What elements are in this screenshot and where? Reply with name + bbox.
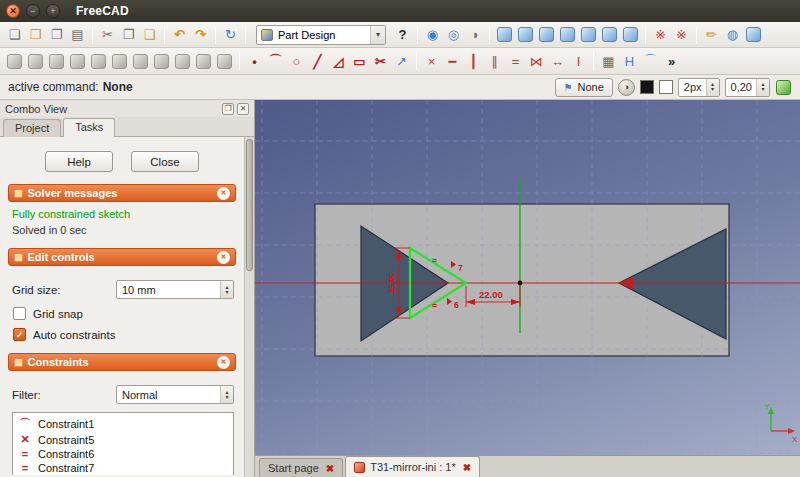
tab-tasks[interactable]: Tasks [63,118,115,137]
collapse-section-icon[interactable]: ✕ [217,251,230,264]
horizontal-dimension-value[interactable]: 22.00 [479,289,503,300]
new-document-icon[interactable]: ❏ [5,25,24,44]
linear-pattern-icon[interactable] [175,54,190,69]
draft-icon[interactable] [133,54,148,69]
close-tab-icon[interactable]: ✖ [326,463,334,474]
point-size-select[interactable]: 0,20 ▴▾ [725,78,770,97]
groove-icon[interactable] [70,54,85,69]
pad-icon[interactable] [7,54,22,69]
section-view-icon[interactable] [776,80,791,95]
constrain-distance-icon[interactable]: ↔ [548,52,567,71]
constraints-header[interactable]: ▤ Constraints ✕ [8,353,236,371]
create-circle-icon[interactable]: ○ [287,52,306,71]
sketch-canvas[interactable]: 35.00 = = 7 6 22.00 [255,100,800,455]
spinner-buttons[interactable]: ▴▾ [706,79,719,96]
edit-sketch-icon[interactable]: ✏ [702,25,721,44]
grid-snap-checkbox[interactable] [13,307,26,320]
line-width-select[interactable]: 2px ▴▾ [678,78,720,97]
print-icon[interactable]: ▤ [68,25,87,44]
view-rear-icon[interactable] [581,27,596,42]
view-left-icon[interactable] [623,27,638,42]
window-close-button[interactable]: ✕ [6,4,20,18]
cut-icon[interactable]: ✂ [98,25,117,44]
vertical-dimension-value[interactable]: 35.00 [387,272,397,294]
list-item[interactable]: = Constraint7 [13,461,233,475]
panel-scrollbar[interactable] [244,137,254,477]
trim-edge-icon[interactable]: ✂ [371,52,390,71]
tab-project[interactable]: Project [3,119,61,137]
list-item[interactable]: ✕ Constraint5 [13,432,233,447]
copy-icon[interactable]: ❐ [119,25,138,44]
document-tab[interactable]: Start page ✖ [259,458,343,477]
create-line-icon[interactable]: ╱ [308,52,327,71]
draw-style-icon[interactable]: ◑ [465,25,484,44]
window-maximize-button[interactable]: + [46,4,60,18]
measure-distance-icon[interactable]: ※ [651,25,670,44]
constrain-horizontal-icon[interactable]: ━ [443,52,462,71]
float-panel-icon[interactable]: ❐ [222,103,234,115]
pocket-icon[interactable] [28,54,43,69]
revolution-icon[interactable] [49,54,64,69]
mirrored-icon[interactable] [154,54,169,69]
paste-icon[interactable]: ❑ [140,25,159,44]
view-isometric-icon[interactable] [497,27,512,42]
create-point-icon[interactable]: • [245,52,264,71]
open-document-icon[interactable]: ❒ [26,25,45,44]
multi-transform-icon[interactable] [217,54,232,69]
collapse-section-icon[interactable]: ✕ [217,356,230,369]
measure-angle-icon[interactable]: ※ [672,25,691,44]
chamfer-icon[interactable] [112,54,127,69]
save-document-icon[interactable]: ❐ [47,25,66,44]
spinner-buttons[interactable]: ▴▾ [220,386,233,403]
list-item[interactable]: ⌒ Constraint1 [13,415,233,432]
constrain-coincident-icon[interactable]: × [422,52,441,71]
undo-icon[interactable]: ↶ [170,25,189,44]
toggle-snap-icon[interactable]: H [620,52,639,71]
constrain-symmetric-icon[interactable]: ⋈ [527,52,546,71]
list-item[interactable]: = Constraint6 [13,447,233,461]
whats-this-icon[interactable]: ? [393,25,412,44]
toolbar-overflow-icon[interactable]: » [662,52,681,71]
redo-icon[interactable]: ↷ [191,25,210,44]
create-rectangle-icon[interactable]: ▭ [350,52,369,71]
workbench-selector[interactable]: Part Design ▾ [256,25,386,45]
close-panel-icon[interactable]: ✕ [237,103,249,115]
chevron-down-icon[interactable]: ▾ [370,26,385,44]
constrain-vertical-icon[interactable]: ┃ [464,52,483,71]
create-polyline-icon[interactable]: ◿ [329,52,348,71]
view-top-icon[interactable] [539,27,554,42]
equal-constraint-mark[interactable]: = [432,301,437,311]
fillet-feature-icon[interactable] [91,54,106,69]
constraint-filter-select[interactable]: Normal ▴▾ [116,385,234,404]
select-constraints-icon[interactable]: ⌒ [641,52,660,71]
constrain-parallel-icon[interactable]: ∥ [485,52,504,71]
appearance-icon[interactable]: ◑ [618,79,635,96]
autoconstraint-none-button[interactable]: ⚑ None [555,78,613,97]
document-tab[interactable]: T31-mirror-ini : 1* ✖ [345,456,480,477]
edit-controls-header[interactable]: ▤ Edit controls ✕ [8,248,236,266]
sketch-origin-point[interactable] [518,281,523,286]
view-bottom-icon[interactable] [602,27,617,42]
line-color-swatch[interactable] [640,80,654,94]
scrollbar-thumb[interactable] [246,139,253,271]
close-button[interactable]: Close [131,151,199,172]
grid-size-select[interactable]: 10 mm ▴▾ [116,280,234,299]
spinner-buttons[interactable]: ▴▾ [756,79,769,96]
view-axonometric-icon[interactable] [746,27,761,42]
zoom-fit-all-icon[interactable]: ◉ [423,25,442,44]
window-minimize-button[interactable]: − [26,4,40,18]
external-geometry-icon[interactable]: ↗ [392,52,411,71]
view-right-icon[interactable] [560,27,575,42]
constrain-v-distance-icon[interactable]: I [569,52,588,71]
zoom-selection-icon[interactable]: ◎ [444,25,463,44]
create-arc-icon[interactable]: ⌒ [266,52,285,71]
polar-pattern-icon[interactable] [196,54,211,69]
toggle-grid-icon[interactable]: ▦ [599,52,618,71]
navigation-cube-icon[interactable]: ◍ [723,25,742,44]
face-color-swatch[interactable] [659,80,673,94]
spinner-buttons[interactable]: ▴▾ [220,281,233,298]
view-front-icon[interactable] [518,27,533,42]
equal-constraint-mark[interactable]: = [432,256,437,266]
auto-constraints-checkbox[interactable]: ✓ [13,328,26,341]
constrain-equal-icon[interactable]: = [506,52,525,71]
